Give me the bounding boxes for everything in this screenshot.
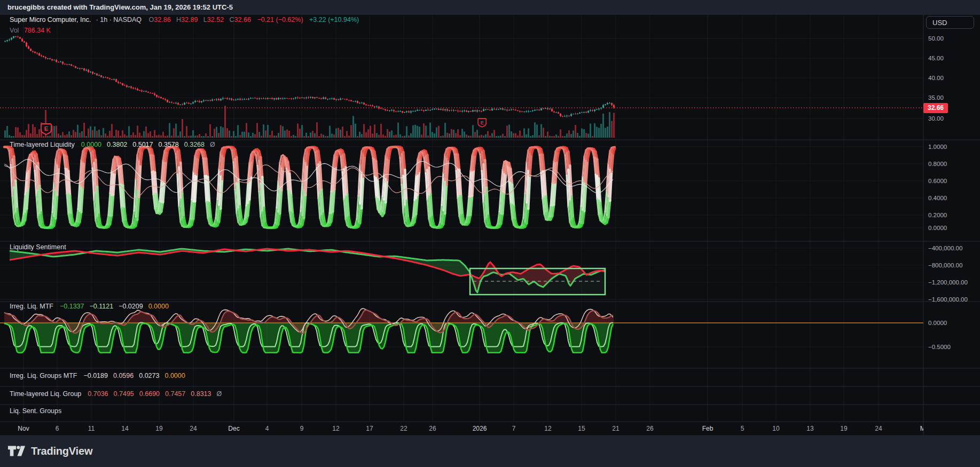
time-axis-label: Feb <box>702 425 714 432</box>
open-value: 32.86 <box>154 16 170 23</box>
symbol-legend[interactable]: Super Micro Computer, Inc. · 1h · NASDAQ… <box>10 16 359 23</box>
high-value: 32.89 <box>181 16 198 23</box>
time-axis-label: 22 <box>400 425 407 432</box>
volume-legend[interactable]: Vol 786.34 K <box>10 27 51 34</box>
indicator-value: 0.6690 <box>139 390 160 398</box>
irreg-groups-legend[interactable]: Irreg. Liq. Groups MTF−0.01890.05960.027… <box>10 372 185 379</box>
indicator-value: 0.3268 <box>184 141 205 148</box>
time-axis-label: 4 <box>265 425 269 432</box>
high-label: H <box>176 16 181 23</box>
indicator-value: 0.0000 <box>81 141 101 148</box>
indicator-value: 0.7457 <box>165 390 185 398</box>
tradingview-logo[interactable]: TradingView <box>7 445 92 457</box>
close-label: C <box>230 16 234 23</box>
indicator-value: −0.0189 <box>83 372 108 379</box>
volume-value: 786.34 K <box>24 27 51 34</box>
time-axis-label: 19 <box>155 425 162 432</box>
indicator-value: −0.1337 <box>60 303 84 310</box>
tll-title[interactable]: Time-layered Liquidity <box>10 141 75 148</box>
indicator-value: 0.8313 <box>191 390 211 398</box>
tll-legend[interactable]: Time-layered Liquidity0.00000.38020.5017… <box>10 141 215 148</box>
time-axis-label: 26 <box>646 425 653 432</box>
liq-sent-groups-title[interactable]: Liq. Sent. Groups <box>10 407 61 415</box>
low-label: L <box>203 16 207 23</box>
tll-group-legend[interactable]: Time-layered Liq. Group0.70360.74950.669… <box>10 390 222 398</box>
indicator-value: 0.5017 <box>132 141 153 148</box>
time-axis-label: 19 <box>840 425 847 432</box>
symbol-meta: · 1h · NASDAQ <box>96 16 142 23</box>
footer-bar: TradingView <box>0 436 980 467</box>
indicator-value: 0.3802 <box>107 141 127 148</box>
tradingview-logo-mark <box>7 445 26 457</box>
indicator-value: 0.0000 <box>164 372 185 379</box>
time-axis-label: Nov <box>18 425 29 432</box>
axis-tick-label: −0.5000 <box>928 344 951 350</box>
volume-label: Vol <box>10 27 19 34</box>
indicator-value: 0.7495 <box>114 390 134 398</box>
svg-text:E: E <box>481 120 484 125</box>
svg-text:E: E <box>44 125 48 132</box>
time-axis-label: 5 <box>741 425 744 432</box>
tll-values: 0.00000.38020.50170.35780.3268 <box>81 141 205 148</box>
irreg-values: −0.1337−0.1121−0.02090.0000 <box>60 303 169 310</box>
time-axis[interactable]: Nov611141924Dec49121722262026712152126Fe… <box>0 422 923 436</box>
irreg-axis-ticks: 0.0000−0.5000 <box>923 0 980 421</box>
indicator-value: 0.3578 <box>159 141 179 148</box>
time-axis-label: 17 <box>366 425 373 432</box>
change-value: −0.21 (−0.62%) <box>257 16 303 23</box>
open-label: O <box>149 16 154 23</box>
low-value: 32.52 <box>207 16 224 23</box>
time-axis-label: 24 <box>875 425 882 432</box>
time-axis-label: 11 <box>88 425 95 432</box>
tradingview-snapshot: brucegibbs created with TradingView.com,… <box>0 0 980 467</box>
time-axis-label: 15 <box>578 425 585 432</box>
indicator-value: 0.0596 <box>113 372 134 379</box>
indicator-value: 0.0000 <box>148 303 169 310</box>
irreg-groups-values: −0.01890.05960.02730.0000 <box>83 372 185 379</box>
irreg-title[interactable]: Irreg. Liq. MTF <box>10 303 53 310</box>
time-axis-label: 24 <box>190 425 197 432</box>
tll-group-avg-symbol: Ø <box>217 390 222 398</box>
time-axis-label: 13 <box>806 425 813 432</box>
tll-avg-symbol: Ø <box>210 141 215 148</box>
time-axis-label: 7 <box>512 425 516 432</box>
irreg-groups-title[interactable]: Irreg. Liq. Groups MTF <box>10 372 77 379</box>
extended-change-value: +3.22 (+10.94%) <box>309 16 359 23</box>
time-axis-label: 6 <box>56 425 59 432</box>
indicator-value: 0.7036 <box>88 390 108 398</box>
time-axis-label: 10 <box>772 425 779 432</box>
indicator-value: 0.0273 <box>139 372 159 379</box>
tradingview-brand-text: TradingView <box>31 445 92 457</box>
liq-sent-groups-legend[interactable]: Liq. Sent. Groups <box>10 407 62 415</box>
time-axis-label: 26 <box>429 425 436 432</box>
time-axis-label: 12 <box>332 425 339 432</box>
last-price-badge: 32.66 <box>923 103 948 113</box>
time-axis-label: 2026 <box>473 425 487 432</box>
time-axis-label: 9 <box>300 425 304 432</box>
irreg-legend[interactable]: Irreg. Liq. MTF−0.1337−0.1121−0.02090.00… <box>10 303 169 310</box>
indicator-value: −0.1121 <box>90 303 114 310</box>
axis-tick-label: 0.0000 <box>928 320 947 326</box>
price-axis[interactable]: USD 50.0045.0040.0035.0030.00 1.00000.80… <box>923 14 980 436</box>
time-axis-label: 12 <box>544 425 551 432</box>
symbol-title[interactable]: Super Micro Computer, Inc. <box>10 16 91 23</box>
time-axis-label: 21 <box>612 425 619 432</box>
sentiment-legend[interactable]: Liquidity Sentiment <box>10 243 67 251</box>
time-axis-label: 14 <box>121 425 128 432</box>
close-value: 32.66 <box>234 16 251 23</box>
time-axis-label: Dec <box>228 425 239 432</box>
tll-group-title[interactable]: Time-layered Liq. Group <box>10 390 81 398</box>
tll-group-values: 0.70360.74950.66900.74570.8313 <box>88 390 211 398</box>
indicator-value: −0.0209 <box>119 303 143 310</box>
sentiment-title[interactable]: Liquidity Sentiment <box>10 243 66 251</box>
